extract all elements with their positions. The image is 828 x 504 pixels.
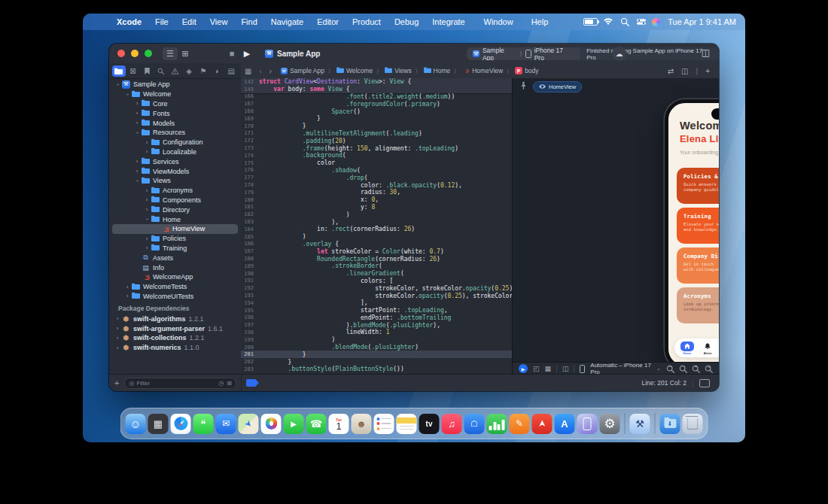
dock-pages-icon[interactable]: ✎ — [510, 414, 530, 434]
code-line-177[interactable]: 177 .drop( — [241, 174, 512, 181]
add-item-icon[interactable]: + — [109, 378, 124, 387]
navigator-tab-source-control[interactable]: ⊠ — [126, 65, 140, 77]
menu-editor[interactable]: Editor — [310, 14, 346, 30]
line-number[interactable]: 199 — [241, 337, 254, 343]
line-number[interactable]: 194 — [241, 300, 254, 306]
code-line-191[interactable]: 191 colors: [ — [241, 278, 512, 285]
dock-maps-icon[interactable]: ➤ — [239, 414, 259, 434]
dock-photos-icon[interactable] — [261, 414, 282, 434]
line-number[interactable]: 197 — [241, 322, 254, 328]
tree-item-viewmodels[interactable]: › ViewModels — [109, 166, 241, 176]
disclosure-icon[interactable]: › — [134, 177, 141, 184]
line-number[interactable]: 182 — [241, 211, 254, 217]
code-line-176[interactable]: 176 .shadow( — [241, 167, 512, 175]
line-number[interactable]: 201 — [241, 351, 254, 357]
code-line-189[interactable]: 189 .strokeBorder( — [241, 263, 512, 270]
spotlight-search-icon[interactable] — [619, 17, 631, 27]
line-number[interactable]: 193 — [241, 293, 254, 299]
tree-item-fonts[interactable]: › Fonts — [109, 108, 241, 118]
code-line-171[interactable]: 171 .multilineTextAlignment(.leading) — [241, 130, 512, 138]
navigator-toggle-icon[interactable]: ☰ — [163, 47, 178, 60]
crumb-body[interactable]: ⟩Pbody — [503, 67, 538, 74]
line-number[interactable]: 195 — [241, 308, 254, 314]
line-number[interactable]: 174 — [241, 153, 254, 159]
disclosure-icon[interactable]: › — [133, 100, 141, 107]
line-number[interactable]: 178 — [241, 182, 254, 188]
phone-tab-alerts[interactable]: Alerts — [701, 342, 714, 355]
code-line-149[interactable]: 149 var body: some View { — [241, 86, 512, 93]
card-company-directory[interactable]: Company Directory Get in touchwith colle… — [677, 247, 719, 284]
disclosure-icon[interactable]: › — [123, 284, 131, 290]
code-line-202[interactable]: 202 } — [241, 358, 512, 366]
dock-xcode-icon[interactable]: ⚒ — [630, 414, 650, 434]
dock-mail-icon[interactable]: ✉ — [216, 414, 236, 434]
line-number[interactable]: 177 — [241, 175, 254, 181]
disclosure-icon[interactable]: › — [143, 206, 151, 213]
package-swift-numerics[interactable]: › ⬢ swift-numerics1.1.0 — [109, 343, 241, 353]
disclosure-icon[interactable]: › — [143, 148, 151, 155]
code-line-174[interactable]: 174 .background( — [241, 152, 512, 159]
scheme-app-label[interactable]: Sample App — [482, 47, 517, 60]
dock-numbers-icon[interactable] — [487, 414, 507, 434]
control-center-icon[interactable] — [635, 17, 647, 27]
tree-item-training[interactable]: › Training — [109, 244, 241, 254]
menu-find[interactable]: Find — [234, 14, 263, 30]
line-number[interactable]: 176 — [241, 167, 254, 173]
code-line-182[interactable]: 182 ) — [241, 211, 512, 218]
line-number[interactable]: 172 — [241, 138, 254, 144]
dock-appletv-icon[interactable]: tv — [419, 414, 440, 434]
tree-item-services[interactable]: › Services — [109, 156, 241, 166]
live-preview-icon[interactable]: ▶ — [519, 364, 528, 373]
code-line-179[interactable]: 179 radius: 30, — [241, 189, 512, 196]
code-line-195[interactable]: 195 startPoint: .topLeading, — [241, 307, 512, 314]
navigator-tab-project[interactable] — [112, 65, 126, 77]
canvas-zoom-fit-icon[interactable]: = — [705, 365, 713, 373]
editor-options-icon[interactable]: ◫ — [681, 67, 688, 75]
canvas-zoom-out-icon[interactable]: − — [666, 365, 674, 373]
code-line-193[interactable]: 193 strokeColor.opacity(0.25), strokeCol… — [241, 292, 512, 299]
close-window-button[interactable] — [117, 50, 125, 57]
back-icon[interactable]: ‹ — [255, 67, 265, 75]
line-number[interactable]: 173 — [241, 145, 254, 151]
tree-item-welcome[interactable]: › Welcome — [109, 90, 241, 99]
code-line-183[interactable]: 183 ), — [241, 218, 512, 226]
pin-icon[interactable] — [520, 81, 527, 92]
code-line-178[interactable]: 178 color: .black.opacity(0.12), — [241, 181, 512, 189]
dock-settings-icon[interactable]: ⚙ — [600, 414, 620, 434]
crumb-views[interactable]: ⟩Views — [373, 67, 411, 74]
menu-integrate[interactable]: Integrate — [425, 14, 471, 30]
dock-reminders-icon[interactable] — [374, 414, 394, 434]
code-line-180[interactable]: 180 x: 0, — [241, 196, 512, 204]
code-line-203[interactable]: 203 .buttonStyle(PlainButtonStyle()) — [241, 366, 512, 373]
scheme-selector[interactable]: ⚒ Sample App ⟩ iPhone 17 Pro Finished ru… — [467, 47, 719, 60]
code-editor[interactable]: 142 struct CardView<Destination: View>: … — [241, 78, 512, 375]
package-swift-collections[interactable]: › ⬢ swift-collections1.2.1 — [109, 333, 241, 343]
disclosure-icon[interactable]: › — [123, 293, 131, 299]
tree-item-welcomeuitests[interactable]: › WelcomeUITests — [109, 292, 241, 302]
code-line-173[interactable]: 173 .frame(height: 150, alignment: .topL… — [241, 144, 512, 152]
dock-trash-icon[interactable] — [683, 414, 703, 434]
run-button[interactable]: ▶ — [239, 47, 254, 60]
disclosure-icon[interactable]: › — [144, 216, 151, 223]
dock-calendar-icon[interactable]: Tue1 — [329, 414, 349, 434]
navigator-tab-breakpoints[interactable]: ◗ — [211, 65, 224, 77]
code-line-200[interactable]: 200 .blendMode(.plusLighter) — [241, 344, 512, 351]
siri-icon[interactable] — [652, 18, 660, 26]
code-line-198[interactable]: 198 lineWidth: 1 — [241, 329, 512, 336]
dock-launchpad-icon[interactable]: ▦ — [148, 414, 169, 434]
line-number[interactable]: 196 — [241, 314, 254, 320]
line-number[interactable]: 187 — [241, 248, 254, 254]
navigator-tab-reports[interactable]: ▤ — [224, 65, 238, 77]
line-number[interactable]: 203 — [241, 366, 254, 372]
tree-item-views[interactable]: › Views — [109, 176, 241, 186]
line-number[interactable]: 192 — [241, 285, 254, 291]
navigator-tab-bookmarks[interactable] — [140, 65, 154, 77]
phone-tab-home[interactable]: Home — [680, 342, 694, 355]
menu-window[interactable]: Window — [477, 14, 520, 30]
code-line-142[interactable]: 142 struct CardView<Destination: View>: … — [241, 78, 512, 86]
traffic-lights[interactable] — [109, 50, 152, 57]
tree-item-policies[interactable]: › Policies — [109, 234, 241, 244]
code-line-187[interactable]: 187 let strokeColor = Color(white: 0.7) — [241, 247, 512, 255]
card-policies-protocols[interactable]: Policies & Protocols Quick answers forco… — [677, 168, 719, 204]
line-number[interactable]: 200 — [241, 345, 254, 351]
